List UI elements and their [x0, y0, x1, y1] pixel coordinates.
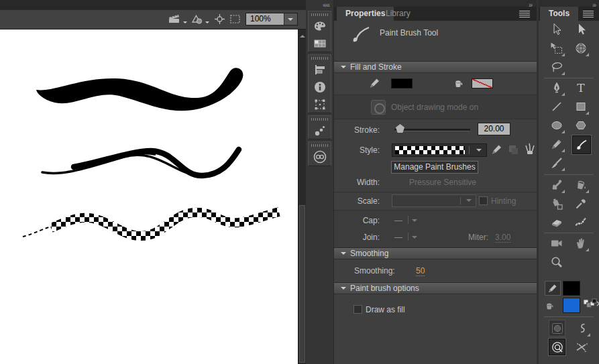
hinting-label: Hinting [491, 196, 516, 206]
curve-options-icon[interactable] [574, 320, 591, 337]
eyedropper-tool[interactable] [572, 195, 590, 213]
canvas-vertical-scrollbar[interactable] [298, 29, 306, 364]
shape-primitives-icon[interactable] [190, 13, 204, 27]
stroke-value-box[interactable]: 20.00 [478, 123, 510, 135]
cap-dropdown-arrow[interactable] [412, 219, 417, 225]
fill-color-swatch-no-fill[interactable] [472, 78, 493, 88]
hinting-checkbox[interactable] [479, 196, 488, 205]
polystar-tool[interactable] [572, 117, 590, 134]
object-drawing-row: Object drawing mode on [334, 95, 537, 119]
clapperboard-dropdown-arrow[interactable] [183, 21, 187, 25]
width-value: Pressure Sensitive [409, 178, 476, 187]
free-transform-tool[interactable] [548, 40, 565, 57]
edit-stroke-style-icon[interactable] [491, 143, 503, 158]
style-dropdown[interactable] [392, 143, 487, 157]
brush-library-icon[interactable] [524, 142, 536, 158]
draw-as-fill-checkbox[interactable] [353, 305, 362, 314]
color-palette-icon[interactable] [309, 17, 331, 35]
stage-top-strip [0, 0, 306, 10]
scale-dropdown-disabled[interactable] [392, 194, 476, 207]
section-header-smoothing[interactable]: Smoothing [334, 247, 537, 259]
section-header-paint-brush-options[interactable]: Paint brush options [334, 282, 537, 294]
object-drawing-mode-toggle[interactable] [549, 320, 565, 337]
creative-cloud-icon[interactable] [309, 148, 331, 166]
transform-icon[interactable] [309, 96, 331, 113]
dock-group-grip[interactable] [311, 13, 329, 16]
brush-mode-selected[interactable] [549, 339, 565, 355]
section-header-fill-and-stroke[interactable]: Fill and Stroke [334, 61, 537, 73]
history-icon[interactable] [309, 122, 331, 139]
fill-color-bucket-icon [452, 76, 466, 91]
swatches-icon[interactable] [309, 35, 331, 52]
draw-as-fill-label: Draw as fill [366, 305, 405, 314]
stroke-color-pencil-icon [369, 77, 381, 91]
paint-bucket-tool[interactable] [572, 176, 590, 194]
scroll-up-arrow[interactable] [300, 32, 305, 38]
stroke-color-control[interactable] [545, 281, 561, 296]
camera-tool[interactable] [548, 235, 565, 252]
text-tool[interactable]: T [572, 79, 590, 97]
center-stage-icon[interactable] [214, 13, 225, 27]
ink-bottle-tool[interactable] [548, 195, 565, 213]
stroke-slider[interactable] [394, 129, 470, 131]
3d-rotation-tool[interactable] [572, 40, 590, 57]
dock-group-grip[interactable] [311, 57, 329, 60]
hand-tool[interactable] [572, 235, 590, 252]
smoothing-value[interactable]: 50 [416, 266, 425, 276]
paint-brush-tool-selected[interactable] [572, 135, 591, 154]
smooth-tapered-brush-stroke [36, 68, 243, 111]
dock-group-grip[interactable] [311, 118, 329, 121]
zoom-tool[interactable] [548, 253, 565, 271]
pen-tool[interactable] [548, 79, 565, 97]
panel-menu-icon[interactable] [583, 11, 594, 18]
tools-fill-color-swatch[interactable] [563, 298, 580, 313]
align-icon[interactable] [309, 61, 331, 78]
properties-panel-top-bar: » [334, 0, 537, 7]
subselection-tool[interactable] [572, 21, 590, 38]
info-icon[interactable] [309, 78, 331, 96]
width-label: Width: [334, 178, 380, 187]
bone-tool[interactable] [548, 176, 565, 194]
tools-stroke-color-swatch[interactable] [563, 281, 580, 296]
selection-tool[interactable] [548, 21, 565, 38]
stroke-label: Stroke: [334, 125, 380, 135]
join-dropdown-disabled[interactable]: — [394, 233, 402, 242]
animate-workspace: 100% «« [0, 0, 599, 364]
stroke-color-swatch[interactable] [391, 78, 413, 88]
clapperboard-icon[interactable] [168, 13, 182, 27]
stage-zoom-dropdown-button[interactable] [284, 13, 297, 25]
style-options-icon-disabled[interactable] [507, 143, 519, 158]
scrollbar-thumb[interactable] [299, 205, 305, 363]
join-dropdown-arrow[interactable] [412, 236, 417, 241]
width-tool[interactable] [572, 214, 590, 231]
pencil-tool[interactable] [548, 135, 565, 153]
classic-brush-tool[interactable] [548, 154, 565, 172]
panel-menu-icon[interactable] [519, 11, 530, 18]
eraser-tool[interactable] [548, 214, 565, 231]
stage-zoom-select[interactable]: 100% [246, 13, 298, 25]
clip-outline-icon[interactable] [229, 13, 241, 27]
tab-tools[interactable]: Tools [540, 7, 578, 21]
use-pressure-icon[interactable] [574, 339, 591, 356]
collapse-dock-chevrons[interactable]: « [326, 1, 329, 9]
shape-dropdown-arrow[interactable] [205, 21, 209, 25]
dock-group-grip[interactable] [311, 144, 329, 147]
svg-text:T: T [577, 81, 585, 95]
drawing-canvas[interactable] [0, 29, 298, 364]
miter-value[interactable]: 3.00 [495, 233, 510, 243]
default-colors-icon[interactable] [590, 298, 599, 310]
stage-zoom-value[interactable]: 100% [246, 13, 284, 25]
smoothing-label: Smoothing: [354, 266, 395, 276]
width-row: Width: Pressure Sensitive [334, 176, 537, 192]
stroke-slider-thumb[interactable] [396, 124, 404, 133]
manage-paint-brushes-button[interactable]: Manage Paint Brushes [391, 161, 478, 174]
object-drawing-mode-button[interactable] [371, 100, 386, 115]
lasso-tool[interactable] [548, 58, 565, 76]
style-dropdown-arrow [476, 149, 482, 154]
cap-join-rows: Cap: — Join: — Miter: 3.00 [334, 210, 537, 247]
cap-dropdown-disabled[interactable]: — [394, 216, 402, 225]
line-tool[interactable] [548, 98, 565, 115]
tab-library[interactable]: Library [377, 7, 419, 21]
oval-tool[interactable] [548, 117, 565, 134]
rectangle-tool[interactable] [572, 98, 590, 115]
